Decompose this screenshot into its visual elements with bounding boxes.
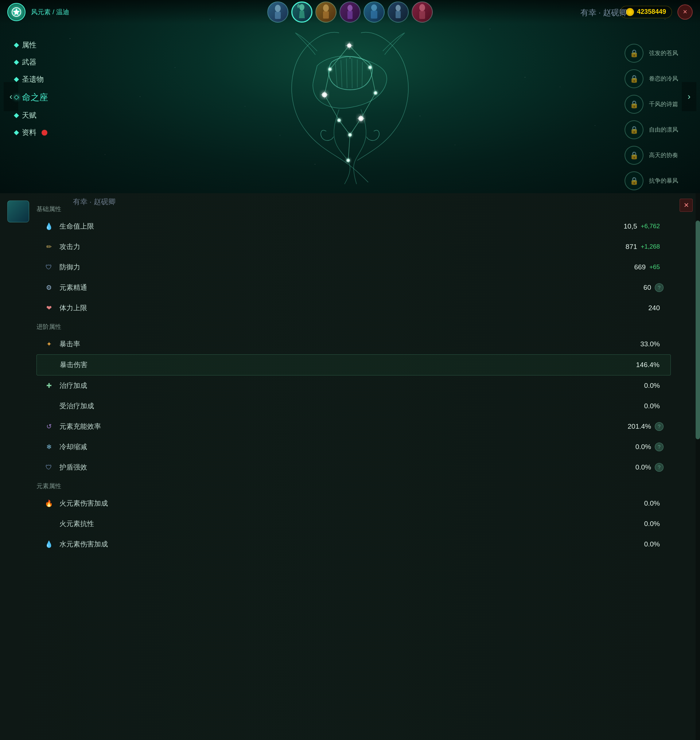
hp-bonus: +6,762: [641, 223, 660, 230]
menu-item-weapon[interactable]: 武器: [15, 54, 48, 71]
char-avatar-3[interactable]: [315, 1, 337, 23]
cdr-name: 冷却缩减: [59, 442, 635, 452]
hydro-dmg-icon: 💧: [44, 539, 54, 549]
stat-row-er: ↺ 元素充能效率 201.4% ?: [37, 416, 671, 437]
cdr-help-button[interactable]: ?: [655, 442, 663, 451]
menu-item-attributes[interactable]: 属性: [15, 37, 48, 54]
lock-circle-4: 🔒: [625, 120, 644, 139]
svg-point-6: [347, 5, 353, 11]
section-header-basic: 基础属性: [37, 201, 671, 216]
stamina-icon: ❤: [44, 303, 54, 313]
atk-icon: ✏: [44, 242, 54, 252]
critrate-value: 33.0%: [640, 340, 660, 348]
profile-badge: [41, 130, 47, 136]
pyro-res-name: 火元素抗性: [59, 519, 644, 529]
hp-name: 生命值上限: [59, 222, 624, 231]
shield-help-button[interactable]: ?: [655, 463, 663, 472]
constellation-lock-6[interactable]: 🔒 抗争的暴风: [625, 171, 678, 190]
critrate-icon: ✦: [44, 339, 54, 349]
critdmg-icon: [44, 360, 54, 370]
left-menu: 属性 武器 圣遗物 命之座 天赋 资料: [15, 37, 48, 141]
stats-content[interactable]: 基础属性 💧 生命值上限 10,5 +6,762 ✏ 攻击力 871 +1,26…: [0, 193, 700, 740]
hydro-dmg-value: 0.0%: [644, 540, 660, 548]
game-logo: [7, 3, 25, 21]
svg-point-44: [338, 120, 340, 121]
stats-close-button[interactable]: ✕: [679, 199, 693, 212]
char-avatar-6[interactable]: [388, 1, 409, 23]
stat-row-shield: 🛡 护盾强效 0.0% ?: [37, 457, 671, 477]
lock-label-5: 高天的协奏: [649, 152, 678, 159]
menu-item-artifacts[interactable]: 圣遗物: [15, 71, 48, 88]
em-name: 元素精通: [59, 283, 644, 292]
constellation-locks: 🔒 弦发的苍风 🔒 眷恋的冷风 🔒 千风的诗篇 🔒 自由的凛风 🔒: [625, 44, 678, 190]
char-avatar-1[interactable]: [267, 1, 288, 23]
menu-label-artifacts: 圣遗物: [22, 74, 44, 84]
critdmg-value: 146.4%: [636, 361, 660, 369]
stat-row-hp: 💧 生命值上限 10,5 +6,762: [37, 216, 671, 236]
lock-icon-1: 🔒: [629, 49, 639, 57]
er-icon: ↺: [44, 421, 54, 432]
er-value: 201.4%: [628, 423, 651, 430]
stat-row-em: ⚙ 元素精通 60 ?: [37, 278, 671, 298]
svg-rect-13: [419, 11, 425, 19]
svg-line-26: [339, 120, 350, 135]
menu-label-weapon: 武器: [22, 57, 37, 67]
pyro-res-value: 0.0%: [644, 520, 660, 528]
gold-icon: [626, 8, 634, 16]
section-header-element: 元素属性: [37, 477, 671, 493]
lock-label-2: 眷恋的冷风: [649, 75, 678, 83]
menu-item-constellation[interactable]: 命之座: [15, 88, 48, 107]
menu-diamond-weapon: [14, 59, 19, 65]
constellation-lock-3[interactable]: 🔒 千风的诗篇: [625, 95, 678, 114]
em-help-button[interactable]: ?: [655, 283, 663, 292]
constellation-art: [259, 22, 441, 189]
def-icon: 🛡: [44, 262, 54, 272]
stat-row-critdmg: 暴击伤害 146.4%: [37, 354, 671, 376]
breadcrumb: 风元素 / 温迪: [31, 8, 69, 16]
svg-line-28: [348, 135, 350, 160]
menu-diamond-artifacts: [14, 76, 19, 82]
svg-point-10: [396, 5, 401, 11]
nav-prev-button[interactable]: ‹: [4, 82, 18, 111]
svg-line-27: [350, 119, 361, 135]
lock-icon-2: 🔒: [629, 74, 639, 83]
nav-right: 42358449 ×: [620, 4, 693, 20]
lock-icon-5: 🔒: [629, 151, 639, 160]
constellation-lock-5[interactable]: 🔒 高天的协奏: [625, 146, 678, 165]
lock-label-3: 千风的诗篇: [649, 101, 678, 108]
svg-rect-7: [347, 11, 353, 19]
menu-label-talents: 天赋: [22, 110, 37, 120]
svg-point-34: [329, 69, 331, 70]
lock-circle-1: 🔒: [625, 44, 644, 63]
er-help-button[interactable]: ?: [655, 422, 663, 431]
cdr-value: 0.0%: [635, 443, 651, 451]
constellation-lock-2[interactable]: 🔒 眷恋的冷风: [625, 69, 678, 88]
nav-next-button[interactable]: ›: [682, 82, 696, 111]
menu-diamond-attributes: [14, 42, 19, 47]
svg-point-12: [419, 4, 425, 11]
stats-panel: ✕ 有幸 · 赵砚卿 基础属性 💧 生命值上限 10,5 +6,762 ✏ 攻击…: [0, 193, 700, 740]
pyro-res-icon: [44, 519, 54, 529]
inhealing-icon: [44, 401, 54, 411]
char-avatar-4[interactable]: [340, 1, 360, 23]
hp-icon: 💧: [44, 221, 54, 232]
shield-name: 护盾强效: [59, 462, 635, 472]
constellation-lock-4[interactable]: 🔒 自由的凛风: [625, 120, 678, 139]
stat-row-pyro-dmg: 🔥 火元素伤害加成 0.0%: [37, 493, 671, 514]
char-avatar-7[interactable]: [412, 1, 433, 23]
menu-item-profile[interactable]: 资料: [15, 124, 48, 141]
char-avatar-2-active[interactable]: [291, 1, 312, 23]
healing-value: 0.0%: [644, 382, 660, 390]
top-close-button[interactable]: ×: [677, 4, 693, 20]
stat-row-pyro-res: 火元素抗性 0.0%: [37, 514, 671, 534]
menu-item-talents[interactable]: 天赋: [15, 107, 48, 124]
shield-value: 0.0%: [635, 463, 651, 471]
menu-label-attributes: 属性: [22, 40, 37, 50]
lock-icon-3: 🔒: [629, 100, 639, 109]
lock-icon-4: 🔒: [629, 125, 639, 134]
def-name: 防御力: [59, 263, 634, 272]
constellation-lock-1[interactable]: 🔒 弦发的苍风: [625, 44, 678, 63]
char-avatar-5[interactable]: [363, 1, 385, 23]
lock-label-6: 抗争的暴风: [649, 177, 678, 185]
inhealing-value: 0.0%: [644, 402, 660, 410]
